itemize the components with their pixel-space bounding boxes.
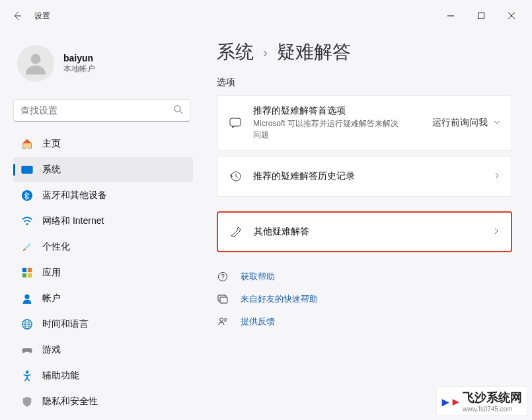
account-icon [21,293,33,304]
svg-rect-14 [28,273,32,277]
profile-name: baiyun [63,53,95,63]
breadcrumb-parent[interactable]: 系统 [217,40,254,65]
chevron-right-icon [493,170,501,182]
wifi-icon [21,215,33,227]
watermark: ▸▸ 飞沙系统网 www.fs0745.com [436,386,528,416]
help-links: ? 获取帮助 来自好友的快速帮助 提供反馈 [217,265,512,333]
sidebar: baiyun 本地帐户 主页 系统 蓝牙和其他设备 网络和 In [0,32,204,420]
screen-share-icon [217,293,229,305]
nav-label: 网络和 Internet [42,215,104,227]
svg-text:?: ? [221,273,225,281]
apps-icon [21,267,33,279]
link-quick-assist[interactable]: 来自好友的快速帮助 [217,288,512,310]
nav-label: 游戏 [42,344,61,356]
nav-accessibility[interactable]: 辅助功能 [13,363,193,388]
system-icon [21,164,33,176]
section-label: 选项 [217,77,512,88]
nav-label: 应用 [42,267,61,279]
svg-rect-11 [22,268,26,272]
nav-gaming[interactable]: 游戏 [13,337,193,363]
watermark-name: 飞沙系统网 [463,391,522,404]
svg-rect-25 [220,297,227,303]
nav-label: 系统 [42,164,61,176]
link-text: 来自好友的快速帮助 [241,293,318,305]
arrow-left-icon [12,11,22,21]
globe-icon [21,318,33,330]
nav-system[interactable]: 系统 [13,157,193,182]
card-title: 推荐的疑难解答首选项 [253,105,422,117]
profile-block[interactable]: baiyun 本地帐户 [13,37,204,95]
chevron-right-icon [492,226,500,238]
svg-rect-1 [478,13,484,19]
breadcrumb: 系统 › 疑难解答 [217,40,512,65]
nav-network[interactable]: 网络和 Internet [13,209,193,234]
svg-line-6 [180,111,182,114]
titlebar: 设置 [0,0,532,32]
link-text: 提供反馈 [241,316,275,328]
svg-point-19 [26,370,29,374]
search-box[interactable] [13,99,190,122]
link-get-help[interactable]: ? 获取帮助 [217,265,512,288]
wrench-icon [229,225,243,239]
shield-icon [21,396,33,407]
link-feedback[interactable]: 提供反馈 [217,310,512,333]
nav-personalization[interactable]: 个性化 [13,234,193,260]
nav-time-language[interactable]: 时间和语言 [13,312,193,337]
maximize-icon [478,13,484,19]
accessibility-icon [21,370,33,382]
card-title: 推荐的疑难解答历史记录 [253,170,482,182]
search-input[interactable] [20,105,173,116]
nav-label: 帐户 [42,293,61,304]
avatar [17,45,54,82]
svg-point-4 [31,54,41,64]
dropdown-value: 运行前询问我 [432,117,488,129]
close-icon [508,13,515,19]
close-button[interactable] [496,5,527,26]
nav-apps[interactable]: 应用 [13,260,193,285]
bolt-icon: ▸ [442,394,449,409]
minimize-button[interactable] [436,5,466,26]
profile-text: baiyun 本地帐户 [63,53,95,75]
history-icon [228,169,243,184]
card-text: 其他疑难解答 [254,226,482,238]
nav-bluetooth[interactable]: 蓝牙和其他设备 [13,183,193,208]
main-content: 系统 › 疑难解答 选项 推荐的疑难解答首选项 Microsoft 可以推荐并运… [204,32,532,420]
window-title: 设置 [34,11,50,22]
bluetooth-icon [21,190,33,201]
nav-list: 主页 系统 蓝牙和其他设备 网络和 Internet 个性化 应用 [13,131,204,420]
person-icon [22,50,49,77]
chat-icon [228,116,243,130]
breadcrumb-current: 疑难解答 [277,40,351,65]
brush-icon [21,241,33,253]
svg-rect-13 [22,273,26,277]
watermark-url: www.fs0745.com [463,405,522,413]
card-title: 其他疑难解答 [254,226,482,238]
chevron-right-icon: › [263,45,268,60]
feedback-icon [217,316,229,328]
card-desc: Microsoft 可以推荐并运行疑难解答来解决问题 [253,118,405,141]
search-icon [173,104,183,117]
card-other-troubleshoot[interactable]: 其他疑难解答 [217,211,512,252]
maximize-button[interactable] [466,5,496,26]
nav-label: 隐私和安全性 [42,396,98,407]
svg-rect-7 [22,166,32,174]
nav-accounts[interactable]: 帐户 [13,286,193,311]
nav-label: 主页 [42,138,61,150]
svg-rect-20 [230,118,241,126]
nav-privacy[interactable]: 隐私和安全性 [13,389,193,414]
card-text: 推荐的疑难解答历史记录 [253,170,482,182]
nav-home[interactable]: 主页 [13,131,193,157]
svg-point-5 [174,105,180,111]
svg-point-26 [220,318,223,322]
back-button[interactable] [5,4,29,28]
card-history[interactable]: 推荐的疑难解答历史记录 [217,156,512,197]
bolt-icon-2: ▸ [453,394,459,409]
nav-label: 蓝牙和其他设备 [42,190,107,201]
svg-point-10 [26,223,28,225]
nav-label: 个性化 [42,241,70,253]
card-text: 推荐的疑难解答首选项 Microsoft 可以推荐并运行疑难解答来解决问题 [253,105,422,141]
nav-label: 辅助功能 [42,370,79,382]
card-dropdown[interactable]: 运行前询问我 [432,117,501,129]
card-recommend-preferences[interactable]: 推荐的疑难解答首选项 Microsoft 可以推荐并运行疑难解答来解决问题 运行… [217,95,512,151]
profile-subtitle: 本地帐户 [63,63,95,75]
